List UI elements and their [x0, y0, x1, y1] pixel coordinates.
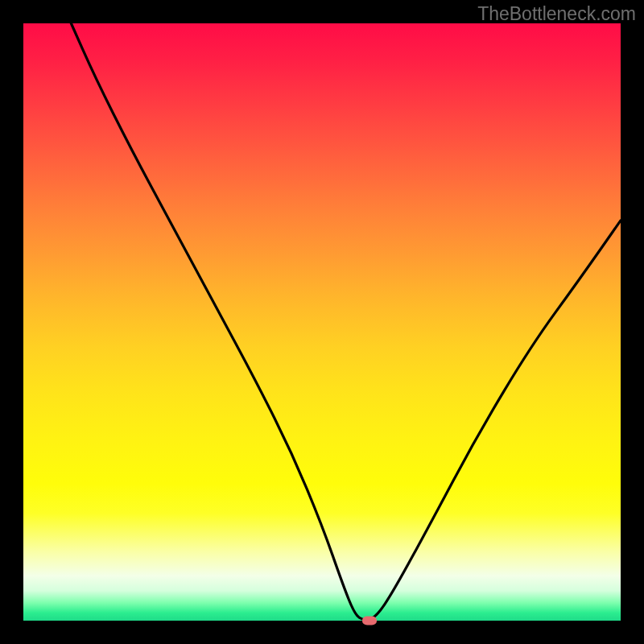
bottleneck-curve: [23, 23, 621, 621]
chart-frame: TheBottleneck.com: [0, 0, 644, 644]
bottleneck-marker: [362, 617, 377, 625]
plot-area: [23, 23, 621, 621]
watermark-text: TheBottleneck.com: [477, 3, 636, 25]
